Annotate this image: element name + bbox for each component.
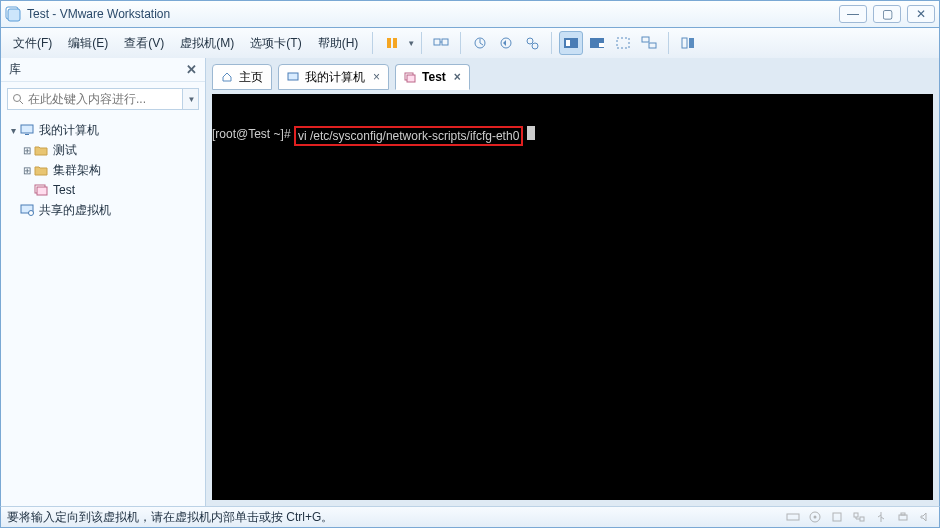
- vm-icon: [33, 184, 49, 196]
- tree-item-test-folder[interactable]: ⊞ 测试: [7, 140, 199, 160]
- svg-rect-21: [21, 125, 33, 133]
- app-icon: [5, 6, 21, 22]
- tab-label: Test: [422, 70, 446, 84]
- usb-icon[interactable]: [873, 510, 889, 524]
- separator: [372, 32, 373, 54]
- svg-rect-27: [288, 73, 298, 80]
- snapshot-manager-button[interactable]: [520, 31, 544, 55]
- svg-rect-17: [682, 38, 687, 48]
- vm-tree: ▾ 我的计算机 ⊞ 测试 ⊞ 集群架构 Test: [1, 116, 205, 224]
- tree-item-cluster[interactable]: ⊞ 集群架构: [7, 160, 199, 180]
- network-icon[interactable]: [851, 510, 867, 524]
- svg-point-32: [814, 516, 817, 519]
- separator: [460, 32, 461, 54]
- tab-close-icon[interactable]: ×: [454, 70, 461, 84]
- svg-rect-29: [407, 75, 415, 82]
- titlebar: Test - VMware Workstation ― ▢ ✕: [0, 0, 940, 28]
- unity-button[interactable]: [637, 31, 661, 55]
- vm-icon: [404, 72, 416, 83]
- minimize-button[interactable]: ―: [839, 5, 867, 23]
- close-button[interactable]: ✕: [907, 5, 935, 23]
- tab-shelf: 主页 我的计算机 × Test ×: [206, 58, 939, 94]
- svg-rect-37: [901, 513, 905, 515]
- show-console-button[interactable]: [559, 31, 583, 55]
- menu-vm[interactable]: 虚拟机(M): [172, 31, 242, 56]
- cd-icon[interactable]: [807, 510, 823, 524]
- search-box[interactable]: [7, 88, 183, 110]
- tree-item-test-vm[interactable]: Test: [7, 180, 199, 200]
- svg-point-19: [14, 95, 21, 102]
- expand-icon[interactable]: ⊞: [21, 145, 33, 156]
- svg-rect-36: [899, 515, 907, 520]
- main-area: 主页 我的计算机 × Test × [root@Test ~]# vi /etc…: [206, 58, 939, 506]
- revert-snapshot-button[interactable]: [494, 31, 518, 55]
- floppy-icon[interactable]: [829, 510, 845, 524]
- home-icon: [221, 71, 233, 83]
- svg-rect-24: [37, 187, 47, 195]
- svg-rect-13: [599, 43, 604, 47]
- tab-home[interactable]: 主页: [212, 64, 272, 90]
- tab-label: 我的计算机: [305, 69, 365, 86]
- maximize-button[interactable]: ▢: [873, 5, 901, 23]
- hdd-icon[interactable]: [785, 510, 801, 524]
- svg-rect-1: [8, 9, 20, 21]
- window-controls: ― ▢ ✕: [839, 5, 935, 23]
- pause-dropdown[interactable]: ▼: [407, 39, 415, 48]
- search-dropdown[interactable]: ▼: [183, 88, 199, 110]
- menu-edit[interactable]: 编辑(E): [60, 31, 116, 56]
- tree-label: 我的计算机: [39, 122, 99, 139]
- svg-point-9: [532, 43, 538, 49]
- monitor-icon: [19, 124, 35, 136]
- status-text: 要将输入定向到该虚拟机，请在虚拟机内部单击或按 Ctrl+G。: [7, 509, 333, 526]
- sound-icon[interactable]: [917, 510, 933, 524]
- tree-label: Test: [53, 183, 75, 197]
- monitor-icon: [287, 72, 299, 83]
- send-ctrl-alt-del-button[interactable]: [429, 31, 453, 55]
- svg-rect-15: [642, 37, 649, 42]
- tree-root-mycomputer[interactable]: ▾ 我的计算机: [7, 120, 199, 140]
- menu-help[interactable]: 帮助(H): [310, 31, 367, 56]
- tree-label: 共享的虚拟机: [39, 202, 111, 219]
- menu-file[interactable]: 文件(F): [5, 31, 60, 56]
- pause-button[interactable]: [380, 31, 404, 55]
- search-icon: [12, 93, 24, 105]
- tree-shared-vms[interactable]: 共享的虚拟机: [7, 200, 199, 220]
- tab-test[interactable]: Test ×: [395, 64, 470, 90]
- svg-rect-2: [387, 38, 391, 48]
- svg-rect-22: [25, 134, 29, 135]
- svg-point-8: [527, 38, 533, 44]
- separator: [551, 32, 552, 54]
- terminal[interactable]: [root@Test ~]# vi /etc/sysconfig/network…: [212, 94, 933, 500]
- menu-view[interactable]: 查看(V): [116, 31, 172, 56]
- svg-rect-18: [689, 38, 694, 48]
- printer-icon[interactable]: [895, 510, 911, 524]
- sidebar: 库 ✕ ▼ ▾ 我的计算机 ⊞ 测试 ⊞ 集群架构: [1, 58, 206, 506]
- tree-label: 测试: [53, 142, 77, 159]
- svg-rect-34: [854, 513, 858, 517]
- separator: [668, 32, 669, 54]
- svg-rect-11: [566, 40, 570, 46]
- sidebar-close-icon[interactable]: ✕: [186, 62, 197, 77]
- snapshot-button[interactable]: [468, 31, 492, 55]
- library-button[interactable]: [676, 31, 700, 55]
- tree-label: 集群架构: [53, 162, 101, 179]
- expand-icon[interactable]: ⊞: [21, 165, 33, 176]
- svg-rect-4: [434, 39, 440, 45]
- terminal-prompt: [root@Test ~]#: [212, 126, 294, 146]
- svg-rect-3: [393, 38, 397, 48]
- window-title: Test - VMware Workstation: [27, 7, 839, 21]
- collapse-icon[interactable]: ▾: [7, 125, 19, 136]
- sidebar-title: 库: [9, 61, 21, 78]
- svg-rect-35: [860, 517, 864, 521]
- svg-point-26: [29, 211, 34, 216]
- thumbnail-view-button[interactable]: [585, 31, 609, 55]
- svg-rect-14: [617, 38, 629, 48]
- tab-close-icon[interactable]: ×: [373, 70, 380, 84]
- fullscreen-button[interactable]: [611, 31, 635, 55]
- tab-label: 主页: [239, 69, 263, 86]
- sidebar-header: 库 ✕: [1, 58, 205, 82]
- menubar: 文件(F) 编辑(E) 查看(V) 虚拟机(M) 选项卡(T) 帮助(H) ▼: [0, 28, 940, 58]
- search-input[interactable]: [28, 92, 178, 106]
- menu-tabs[interactable]: 选项卡(T): [242, 31, 309, 56]
- tab-mycomputer[interactable]: 我的计算机 ×: [278, 64, 389, 90]
